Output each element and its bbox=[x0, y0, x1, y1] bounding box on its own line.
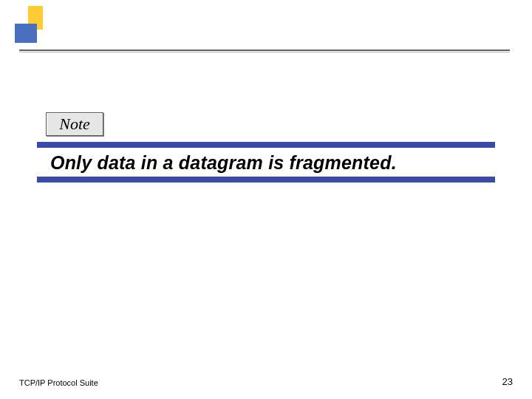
callout-bottom-band bbox=[37, 177, 495, 183]
page-number: 23 bbox=[502, 376, 513, 387]
note-label: Note bbox=[59, 115, 90, 134]
callout-top-band bbox=[37, 142, 495, 148]
callout-text: Only data in a datagram is fragmented. bbox=[50, 152, 397, 173]
slide: Note Only data in a datagram is fragment… bbox=[0, 0, 532, 399]
callout-block: Only data in a datagram is fragmented. bbox=[37, 142, 495, 183]
corner-blue-block bbox=[15, 24, 37, 43]
header-rule bbox=[19, 50, 510, 51]
callout-body: Only data in a datagram is fragmented. bbox=[37, 148, 495, 177]
slide-corner-decoration bbox=[15, 6, 53, 49]
header-rule-shadow bbox=[19, 52, 510, 52]
footer-source: TCP/IP Protocol Suite bbox=[19, 378, 98, 387]
note-label-box: Note bbox=[46, 112, 103, 136]
